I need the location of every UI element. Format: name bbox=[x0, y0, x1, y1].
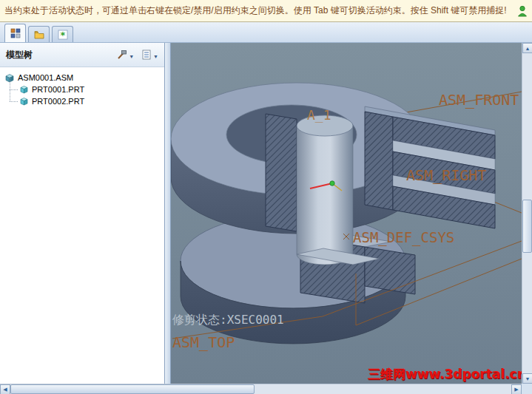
tab-favorites[interactable]: * bbox=[52, 26, 73, 42]
horizontal-scroll-thumb[interactable] bbox=[10, 384, 255, 394]
section-hatch-face bbox=[266, 114, 297, 231]
model-tree-header: 模型树 bbox=[0, 43, 164, 67]
part-icon bbox=[19, 97, 29, 106]
tree-item-label: PRT0001.PRT bbox=[32, 85, 84, 94]
favorites-icon: * bbox=[58, 30, 68, 40]
section-hatch-face bbox=[365, 112, 393, 210]
model-tree-icon bbox=[10, 28, 21, 38]
axis-label[interactable]: A_1 bbox=[307, 107, 331, 123]
message-bar: 当约束处于活动状态时，可通过单击右键在锁定/禁用/启用约束之间切换。使用 Tab… bbox=[0, 0, 532, 22]
folder-icon bbox=[34, 30, 44, 40]
model-tree: ASM0001.ASM PRT0001.PRT PRT0002.PRT bbox=[0, 67, 164, 107]
svg-text:*: * bbox=[60, 30, 65, 40]
vertical-scroll-thumb[interactable] bbox=[522, 200, 532, 253]
tree-item-part[interactable]: PRT0001.PRT bbox=[0, 84, 164, 95]
settings-hammer-icon bbox=[116, 50, 127, 60]
datum-label-top[interactable]: ASM_TOP bbox=[172, 333, 235, 351]
navigator-tabstrip: * bbox=[0, 22, 532, 43]
scrollbar-corner bbox=[522, 384, 532, 394]
horizontal-scrollbar[interactable] bbox=[0, 384, 532, 394]
panel-splitter[interactable] bbox=[165, 43, 171, 384]
tree-connector-line bbox=[10, 101, 18, 102]
scroll-right-button[interactable] bbox=[511, 384, 522, 394]
datum-label-right[interactable]: ASM_RIGHT bbox=[406, 166, 486, 184]
csys-label[interactable]: ASM_DEF_CSYS bbox=[353, 229, 454, 246]
graphics-viewport[interactable]: ASM_FRONT ASM_RIGHT ASM_TOP A_1 ASM_DEF_… bbox=[171, 43, 522, 384]
green-person-icon bbox=[517, 5, 528, 17]
section-status-text: 修剪状态:XSEC0001 bbox=[172, 313, 284, 327]
tab-folder-browser[interactable] bbox=[28, 26, 50, 42]
chevron-down-icon bbox=[153, 48, 158, 61]
tree-connector-line bbox=[10, 89, 18, 90]
tree-item-label: ASM0001.ASM bbox=[18, 73, 73, 82]
assistant-status-icon[interactable] bbox=[517, 5, 528, 17]
vertical-scrollbar[interactable] bbox=[522, 43, 532, 384]
tree-display-options-button[interactable] bbox=[141, 48, 158, 61]
panel-title: 模型树 bbox=[6, 49, 33, 61]
scroll-left-button[interactable] bbox=[0, 384, 10, 394]
display-options-icon bbox=[141, 50, 152, 60]
application-window: 当约束处于活动状态时，可通过单击右键在锁定/禁用/启用约束之间切换。使用 Tab… bbox=[0, 0, 532, 394]
part-icon bbox=[19, 85, 29, 94]
tree-item-part[interactable]: PRT0002.PRT bbox=[0, 95, 164, 107]
message-text: 当约束处于活动状态时，可通过单击右键在锁定/禁用/启用约束之间切换。使用 Tab… bbox=[4, 4, 517, 17]
section-hatch-face bbox=[365, 247, 415, 294]
tree-item-assembly[interactable]: ASM0001.ASM bbox=[0, 72, 164, 84]
scroll-down-button[interactable] bbox=[522, 373, 532, 384]
scroll-up-button[interactable] bbox=[522, 43, 532, 53]
watermark-text: 三维网www.3dportal.cn bbox=[368, 367, 522, 381]
datum-label-front[interactable]: ASM_FRONT bbox=[439, 91, 519, 109]
chevron-down-icon bbox=[129, 48, 134, 61]
model-tree-toolbar bbox=[116, 48, 158, 61]
tree-settings-button[interactable] bbox=[116, 48, 134, 61]
navigator-panel: 模型树 bbox=[0, 43, 165, 384]
tab-model-tree[interactable] bbox=[4, 24, 26, 42]
tree-item-label: PRT0002.PRT bbox=[32, 97, 84, 106]
